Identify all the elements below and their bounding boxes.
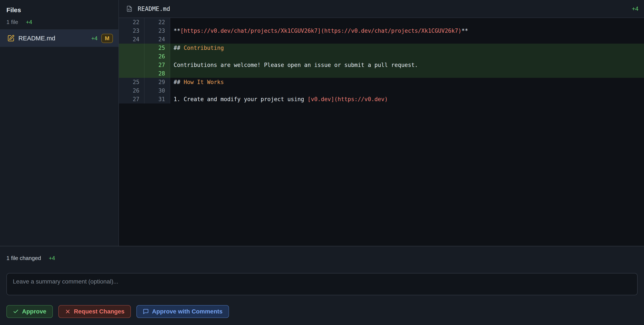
file-name: README.md: [18, 35, 88, 42]
code-line: [170, 35, 644, 44]
diff-additions-badge: +4: [632, 6, 638, 12]
code-line: [170, 69, 644, 78]
new-line-number: 24: [144, 35, 170, 44]
review-actions: Approve Request Changes Approve with Com…: [6, 305, 638, 318]
main-area: Files 1 file +4 README.md +4 M: [0, 0, 644, 246]
approve-with-comments-button-label: Approve with Comments: [152, 308, 222, 315]
sidebar-header: Files 1 file +4: [0, 0, 118, 30]
old-line-number: 27: [119, 95, 144, 104]
summary-comment-input[interactable]: [6, 273, 638, 295]
new-line-number: 25: [144, 44, 170, 52]
sidebar-title: Files: [6, 6, 112, 14]
new-line-number: 29: [144, 78, 170, 86]
diff-row[interactable]: 27Contributions are welcome! Please open…: [119, 61, 644, 69]
code-line: **[https://v0.dev/chat/projects/Xk1CGUV2…: [170, 26, 644, 35]
new-line-number: 27: [144, 61, 170, 69]
approve-button[interactable]: Approve: [6, 305, 53, 318]
file-code-icon: [126, 6, 132, 12]
code-line: ## How It Works: [170, 78, 644, 86]
code-line: ## Contributing: [170, 44, 644, 52]
new-line-number: 22: [144, 18, 170, 26]
diff-row[interactable]: 25## Contributing: [119, 44, 644, 52]
diff-row[interactable]: 2323**[https://v0.dev/chat/projects/Xk1C…: [119, 26, 644, 35]
new-line-number: 31: [144, 95, 170, 104]
diff-file-name: README.md: [138, 5, 170, 12]
diff-row[interactable]: 27311. Create and modify your project us…: [119, 95, 644, 104]
code-line: [170, 86, 644, 95]
old-line-number: [119, 61, 144, 69]
sidebar-counts: 1 file +4: [6, 19, 112, 26]
sidebar-item-readme[interactable]: README.md +4 M: [0, 30, 118, 47]
diff-row[interactable]: 26: [119, 52, 644, 61]
diff-row[interactable]: 28: [119, 69, 644, 78]
code-line: [170, 18, 644, 26]
file-pen-icon: [7, 35, 14, 42]
approve-button-label: Approve: [22, 308, 46, 315]
old-line-number: 23: [119, 26, 144, 35]
diff-row[interactable]: 2424: [119, 35, 644, 44]
review-footer: 1 file changed +4 Approve Request Change…: [0, 246, 644, 325]
diff-row[interactable]: 2529## How It Works: [119, 78, 644, 86]
change-summary: 1 file changed +4: [6, 255, 638, 262]
x-icon: [65, 308, 71, 314]
diff-panel: README.md +4 22222323**[https://v0.dev/c…: [119, 0, 644, 246]
old-line-number: 25: [119, 78, 144, 86]
old-line-number: 24: [119, 35, 144, 44]
code-line: Contributions are welcome! Please open a…: [170, 61, 644, 69]
diff-lines: 22222323**[https://v0.dev/chat/projects/…: [119, 18, 644, 104]
request-changes-button[interactable]: Request Changes: [58, 305, 131, 318]
approve-with-comments-button[interactable]: Approve with Comments: [136, 305, 229, 318]
modified-status-badge: M: [101, 34, 113, 43]
new-line-number: 26: [144, 52, 170, 61]
new-line-number: 23: [144, 26, 170, 35]
file-count-label: 1 file: [6, 19, 18, 26]
review-app: Files 1 file +4 README.md +4 M: [0, 0, 644, 325]
diff-file-header: README.md +4: [119, 0, 644, 18]
file-additions-badge: +4: [91, 35, 98, 42]
request-changes-button-label: Request Changes: [74, 308, 125, 315]
sidebar-additions-badge: +4: [26, 19, 32, 26]
old-line-number: 26: [119, 86, 144, 95]
comment-icon: [143, 308, 149, 314]
footer-additions-badge: +4: [49, 255, 55, 262]
diff-row[interactable]: 2222: [119, 18, 644, 26]
diff-row[interactable]: 2630: [119, 86, 644, 95]
old-line-number: [119, 52, 144, 61]
check-icon: [13, 308, 19, 314]
code-line: 1. Create and modify your project using …: [170, 95, 644, 104]
new-line-number: 30: [144, 86, 170, 95]
code-line: [170, 52, 644, 61]
files-sidebar: Files 1 file +4 README.md +4 M: [0, 0, 119, 246]
old-line-number: 22: [119, 18, 144, 26]
old-line-number: [119, 44, 144, 52]
files-changed-label: 1 file changed: [6, 255, 41, 262]
new-line-number: 28: [144, 69, 170, 78]
old-line-number: [119, 69, 144, 78]
